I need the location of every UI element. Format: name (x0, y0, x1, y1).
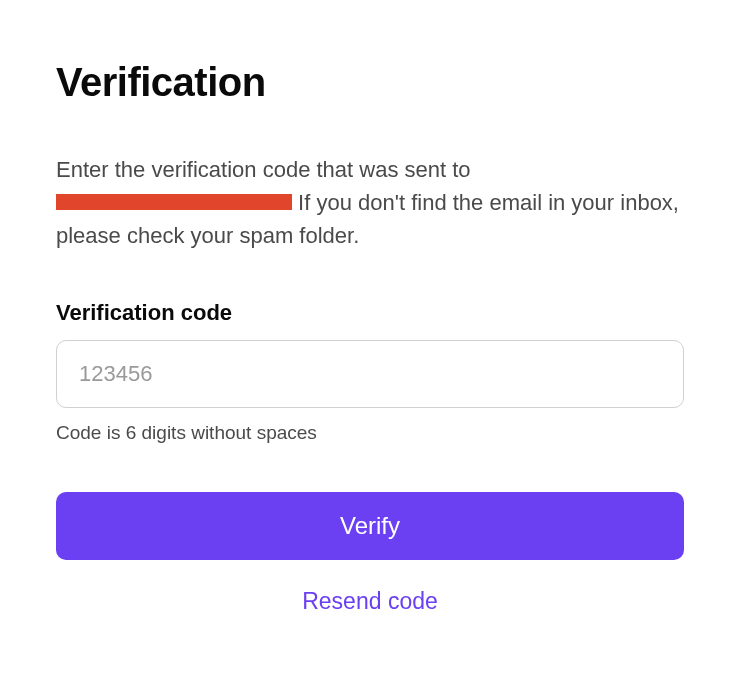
verification-description: Enter the verification code that was sen… (56, 153, 684, 252)
redacted-email (56, 194, 292, 210)
verify-button[interactable]: Verify (56, 492, 684, 560)
description-part1: Enter the verification code that was sen… (56, 157, 471, 182)
page-title: Verification (56, 60, 684, 105)
verification-code-field: Verification code Code is 6 digits witho… (56, 300, 684, 444)
verification-code-label: Verification code (56, 300, 684, 326)
verification-code-helper: Code is 6 digits without spaces (56, 422, 684, 444)
resend-code-link[interactable]: Resend code (56, 588, 684, 615)
verification-code-input[interactable] (56, 340, 684, 408)
